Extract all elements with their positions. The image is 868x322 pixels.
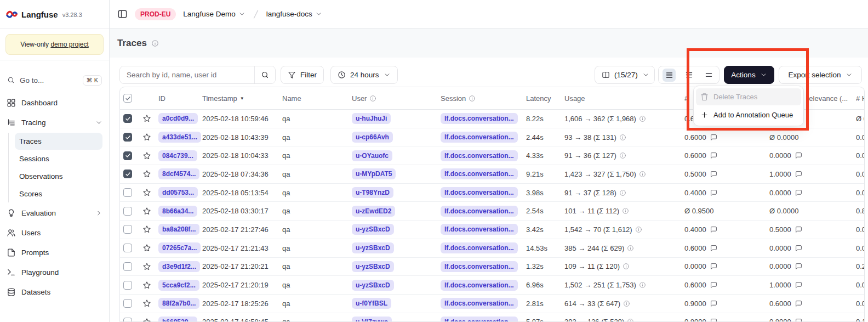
- trace-id-badge[interactable]: 88f2a7b0...: [158, 298, 199, 309]
- user-badge[interactable]: u-yzSBxcD: [352, 280, 394, 291]
- row-checkbox[interactable]: [123, 318, 132, 322]
- comment-icon[interactable]: [795, 300, 802, 307]
- user-badge[interactable]: u-cp66Avh: [352, 132, 393, 143]
- row-checkbox[interactable]: [123, 170, 132, 178]
- row-height-medium-button[interactable]: [682, 69, 695, 82]
- trace-id-badge[interactable]: 07265c7a...: [158, 242, 201, 253]
- trace-id-badge[interactable]: 8dcf4574...: [158, 168, 199, 179]
- user-badge[interactable]: u-OYauofc: [352, 150, 392, 161]
- sidebar-item-dashboard[interactable]: Dashboard: [0, 93, 109, 112]
- row-checkbox[interactable]: [123, 151, 132, 160]
- session-badge[interactable]: lf.docs.conversation...: [441, 317, 518, 322]
- trace-id-badge[interactable]: 084c739...: [158, 150, 197, 161]
- row-checkbox[interactable]: [123, 207, 132, 216]
- column-header-rel[interactable]: relevance (...: [807, 94, 856, 103]
- select-all-checkbox[interactable]: [123, 94, 132, 103]
- column-header-last[interactable]: # H: [856, 94, 865, 103]
- session-badge[interactable]: lf.docs.conversation...: [441, 132, 518, 143]
- row-checkbox[interactable]: [123, 299, 132, 308]
- time-range-button[interactable]: 24 hours: [330, 66, 398, 84]
- comment-icon[interactable]: [795, 152, 802, 159]
- user-badge[interactable]: u-T98YnzD: [352, 187, 393, 198]
- sidebar-item-evaluation[interactable]: Evaluation: [0, 203, 109, 223]
- table-row[interactable]: 07265c7a...2025-02-17 21:21:43qau-yzSBxc…: [120, 239, 865, 258]
- star-icon[interactable]: [142, 188, 151, 197]
- session-badge[interactable]: lf.docs.conversation...: [441, 280, 518, 291]
- column-visibility-button[interactable]: (15/27): [595, 66, 655, 84]
- row-checkbox[interactable]: [123, 188, 132, 197]
- comment-icon[interactable]: [795, 226, 802, 233]
- table-row[interactable]: 8dcf4574...2025-02-18 07:34:36qau-MYpDAT…: [120, 165, 865, 184]
- row-checkbox[interactable]: [123, 114, 132, 123]
- star-icon[interactable]: [142, 170, 151, 178]
- column-header-usage[interactable]: Usage: [564, 94, 684, 103]
- comment-icon[interactable]: [710, 152, 717, 159]
- search-input[interactable]: [120, 66, 254, 83]
- table-row[interactable]: dd05753...2025-02-18 05:13:54qau-T98YnzD…: [120, 184, 865, 202]
- project-selector[interactable]: langfuse-docs: [266, 10, 322, 18]
- user-badge[interactable]: u-huJhuJi: [352, 113, 391, 124]
- user-badge[interactable]: u-f0YfBSL: [352, 298, 391, 309]
- star-icon[interactable]: [142, 133, 151, 142]
- column-header-id[interactable]: ID: [158, 94, 202, 103]
- table-row[interactable]: 084c739...2025-02-18 10:04:33qau-OYauofc…: [120, 146, 865, 165]
- row-checkbox[interactable]: [123, 133, 132, 142]
- star-icon[interactable]: [142, 262, 151, 271]
- table-row[interactable]: 8b66a34...2025-02-18 03:30:17qau-zEwdED2…: [120, 202, 865, 221]
- sidebar-item-users[interactable]: Users: [0, 223, 109, 242]
- column-header-sel[interactable]: [120, 94, 140, 103]
- session-badge[interactable]: lf.docs.conversation...: [441, 113, 518, 124]
- trace-id-badge[interactable]: a0cd0d9...: [158, 113, 198, 124]
- comment-icon[interactable]: [795, 281, 802, 289]
- column-header-session[interactable]: Session: [441, 94, 526, 103]
- trace-id-badge[interactable]: b669529...: [158, 317, 197, 322]
- menu-item-add-to-annotation-queue[interactable]: Add to Annotation Queue: [696, 106, 801, 123]
- sidebar-item-scores[interactable]: Scores: [15, 185, 102, 202]
- sidebar-item-observations[interactable]: Observations: [15, 168, 102, 185]
- row-height-small-button[interactable]: [663, 69, 676, 82]
- row-checkbox[interactable]: [123, 281, 132, 290]
- trace-id-badge[interactable]: 8b66a34...: [158, 206, 197, 217]
- session-badge[interactable]: lf.docs.conversation...: [441, 187, 518, 198]
- goto-search[interactable]: Go to... ⌘ K: [4, 72, 105, 88]
- user-badge[interactable]: u-yzSBxcD: [352, 261, 394, 272]
- table-row[interactable]: 5cca9cf2...2025-02-17 21:20:19qau-yzSBxc…: [120, 276, 865, 295]
- comment-icon[interactable]: [710, 134, 717, 141]
- demo-project-link[interactable]: demo project: [50, 41, 88, 48]
- sidebar-item-sessions[interactable]: Sessions: [15, 150, 102, 167]
- user-badge[interactable]: u-yzSBxcD: [352, 242, 394, 253]
- user-badge[interactable]: u-yzSBxcD: [352, 224, 394, 235]
- search-submit-button[interactable]: [254, 66, 275, 83]
- session-badge[interactable]: lf.docs.conversation...: [441, 206, 518, 217]
- actions-button[interactable]: Actions: [724, 66, 774, 84]
- session-badge[interactable]: lf.docs.conversation...: [441, 168, 518, 179]
- sidebar-item-prompts[interactable]: Prompts: [0, 242, 109, 262]
- trace-id-badge[interactable]: a433de51...: [158, 132, 201, 143]
- export-selection-button[interactable]: Export selection: [779, 66, 862, 84]
- star-icon[interactable]: [142, 244, 151, 252]
- table-row[interactable]: a433de51...2025-02-18 10:43:39qau-cp66Av…: [120, 128, 865, 147]
- row-checkbox[interactable]: [123, 244, 132, 252]
- row-checkbox[interactable]: [123, 225, 132, 234]
- comment-icon[interactable]: [795, 263, 802, 270]
- session-badge[interactable]: lf.docs.conversation...: [441, 224, 518, 235]
- sidebar-toggle-icon[interactable]: [117, 9, 128, 19]
- trace-id-badge[interactable]: 5cca9cf2...: [158, 280, 199, 291]
- comment-icon[interactable]: [710, 189, 717, 196]
- comment-icon[interactable]: [710, 263, 717, 270]
- star-icon[interactable]: [142, 318, 151, 322]
- star-icon[interactable]: [142, 207, 151, 216]
- row-checkbox[interactable]: [123, 262, 132, 271]
- comment-icon[interactable]: [795, 245, 802, 252]
- sidebar-item-tracing[interactable]: Tracing: [0, 112, 109, 132]
- table-row[interactable]: ba8a208f...2025-02-17 21:27:46qau-yzSBxc…: [120, 221, 865, 239]
- session-badge[interactable]: lf.docs.conversation...: [441, 261, 518, 272]
- comment-icon[interactable]: [710, 318, 717, 322]
- session-badge[interactable]: lf.docs.conversation...: [441, 298, 518, 309]
- filter-button[interactable]: Filter: [281, 66, 324, 84]
- user-badge[interactable]: u-MYpDAT5: [352, 168, 396, 179]
- star-icon[interactable]: [142, 299, 151, 308]
- star-icon[interactable]: [142, 151, 151, 160]
- menu-item-delete-traces[interactable]: Delete Traces: [696, 88, 801, 105]
- column-header-name[interactable]: Name: [282, 94, 352, 103]
